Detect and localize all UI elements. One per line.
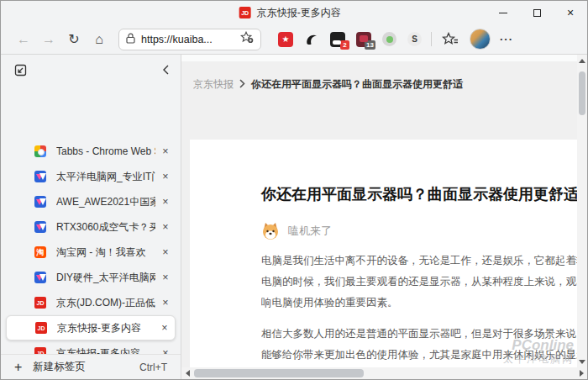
shield-extension-icon[interactable]: 13 — [356, 32, 371, 47]
author-corgi-avatar — [261, 222, 280, 240]
close-tab-icon[interactable]: × — [155, 221, 176, 233]
close-window-button[interactable]: × — [554, 1, 587, 24]
tab-jd-kuaibao[interactable]: JD 京东快报-更多内容 × — [6, 340, 176, 354]
maximize-button[interactable] — [520, 1, 554, 24]
pconline-favicon — [34, 272, 46, 283]
close-tab-icon[interactable]: × — [155, 171, 176, 182]
article-title: 你还在用平面显示器吗？曲面显示器使用更舒适 — [261, 184, 579, 204]
settings-menu-button[interactable]: ··· — [494, 27, 519, 52]
taobao-favicon: 淘 — [34, 246, 46, 258]
url-text: https://kuaiba... — [141, 34, 234, 45]
lock-icon — [126, 32, 135, 47]
breadcrumb-page-title: 你还在用平面显示器吗？曲面显示器使用更舒适 — [251, 77, 463, 92]
minimize-button[interactable] — [486, 1, 520, 24]
home-button[interactable]: ⌂ — [87, 27, 112, 52]
collapse-sidebar-icon[interactable] — [162, 64, 170, 79]
tab-chrome-web-store[interactable]: Tabbs - Chrome Web Store × — [6, 139, 176, 164]
author-name[interactable]: 嗑机来了 — [288, 224, 332, 239]
browser-toolbar: ← → ↻ ⌂ https://kuaiba... ★ 2 13 — [1, 24, 587, 55]
horizontal-scroll-thumb[interactable] — [194, 369, 364, 377]
jd-favicon: JD — [239, 7, 251, 18]
profile-avatar[interactable] — [470, 29, 491, 50]
new-tab-label: 新建标签页 — [33, 360, 86, 374]
tab-pconline[interactable]: 太平洋电脑网_专业IT门户网站 × — [6, 164, 176, 189]
extension-badge: 13 — [365, 40, 375, 50]
forward-button[interactable]: → — [36, 27, 61, 52]
tab-taobao[interactable]: 淘 淘宝网 - 淘！我喜欢 × — [6, 240, 176, 265]
pconline-favicon — [34, 221, 46, 233]
chrome-web-store-favicon — [34, 145, 46, 157]
tab-list: Tabbs - Chrome Web Store × 太平洋电脑网_专业IT门户… — [1, 139, 181, 354]
scroll-up-arrow[interactable] — [577, 55, 587, 66]
tab-jd-kuaibao-active[interactable]: JD 京东快报-更多内容 × — [6, 315, 176, 340]
browser-body: Tabbs - Chrome Web Store × 太平洋电脑网_专业IT门户… — [1, 55, 587, 379]
close-tab-icon[interactable]: × — [155, 272, 176, 283]
vertical-tabs-sidebar: Tabbs - Chrome Web Store × 太平洋电脑网_专业IT门户… — [1, 55, 181, 379]
tab-rtx3060[interactable]: RTX3060成空气卡？买不到显卡不 × — [6, 214, 176, 240]
breadcrumb-section-link[interactable]: 京东快报 — [193, 77, 234, 92]
close-tab-icon[interactable]: × — [155, 246, 176, 258]
tampermonkey-extension-icon[interactable]: 2 — [330, 32, 345, 47]
window-title-group: JD 京东快报-更多内容 — [239, 1, 341, 24]
article-card: 你还在用平面显示器吗？曲面显示器使用更舒适 嗑机来了 — [190, 140, 587, 379]
tab-jd-home[interactable]: JD 京东(JD.COM)-正品低价、品质保 × — [6, 290, 176, 315]
jd-favicon: JD — [34, 347, 46, 354]
s-extension-icon[interactable]: S — [407, 32, 422, 46]
back-button[interactable]: ← — [11, 27, 36, 52]
minimize-icon — [499, 13, 507, 13]
tab-diy-hardware[interactable]: DIY硬件_太平洋电脑网DIY硬件频 × — [6, 265, 176, 290]
new-tab-shortcut: Ctrl+T — [139, 362, 167, 373]
red-star-extension-icon[interactable]: ★ — [278, 32, 293, 47]
pconline-favicon — [34, 171, 46, 182]
horizontal-scrollbar[interactable] — [181, 367, 587, 379]
window-controls: × — [486, 1, 587, 24]
title-bar: JD 京东快报-更多内容 × — [1, 1, 587, 24]
jd-favicon: JD — [34, 297, 46, 309]
close-tab-icon[interactable]: × — [155, 322, 175, 334]
favorites-hub-icon[interactable] — [439, 29, 461, 50]
page-content: 京东快报 你还在用平面显示器吗？曲面显示器使用更舒适 你还在用平面显示器吗？曲面… — [181, 55, 587, 379]
add-favorite-star-icon[interactable] — [240, 31, 254, 47]
author-row: 嗑机来了 — [261, 222, 332, 240]
article-body: 电脑是我们生活中离不开的设备，无论是工作，还是娱乐，它都起着非常 电脑的时候，我… — [261, 251, 577, 379]
extension-badge: 2 — [340, 40, 349, 50]
pconline-favicon — [34, 196, 46, 208]
window-title: 京东快报-更多内容 — [257, 6, 341, 20]
close-tab-icon[interactable]: × — [155, 347, 176, 354]
extensions-row: ★ 2 13 S — [278, 32, 422, 47]
toolbar-divider — [431, 32, 432, 46]
address-bar[interactable]: https://kuaiba... — [118, 29, 261, 50]
maximize-icon — [533, 9, 541, 17]
sidebar-header — [1, 60, 181, 83]
scroll-left-arrow[interactable] — [181, 367, 193, 379]
scroll-right-arrow[interactable] — [575, 367, 587, 379]
vertical-scroll-thumb[interactable] — [579, 71, 585, 115]
paragraph: 电脑是我们生活中离不开的设备，无论是工作，还是娱乐，它都起着非常 电脑的时候，我… — [261, 251, 577, 314]
vertical-scrollbar[interactable] — [577, 55, 587, 367]
jd-favicon: JD — [35, 322, 47, 334]
tab-actions-icon[interactable] — [14, 64, 27, 80]
refresh-button[interactable]: ↻ — [61, 27, 87, 52]
scroll-down-arrow[interactable] — [577, 356, 587, 367]
close-tab-icon[interactable]: × — [155, 297, 176, 309]
new-tab-row[interactable]: + 新建标签页 Ctrl+T — [1, 354, 181, 379]
close-tab-icon[interactable]: × — [155, 145, 176, 157]
plus-icon: + — [14, 361, 22, 374]
swoosh-extension-icon[interactable] — [304, 32, 319, 47]
breadcrumb: 京东快报 你还在用平面显示器吗？曲面显示器使用更舒适 — [193, 77, 570, 92]
green-dot-extension-icon[interactable] — [382, 32, 396, 46]
page-top-strip — [181, 55, 587, 61]
chevron-right-icon — [239, 77, 245, 92]
browser-window: JD 京东快报-更多内容 × ← → ↻ ⌂ https://kuaiba...… — [0, 0, 588, 380]
tab-awe2021[interactable]: AWE_AWE2021中国家电博览会【 × — [6, 189, 176, 214]
close-tab-icon[interactable]: × — [155, 196, 176, 208]
